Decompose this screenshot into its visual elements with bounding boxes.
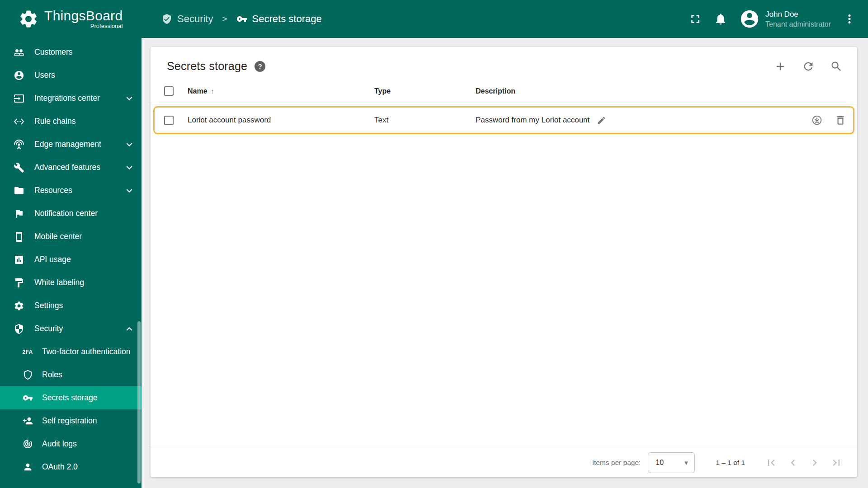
sidebar-item-oauth[interactable]: OAuth 2.0 [0,455,142,479]
sidebar-item-resources[interactable]: Resources [0,179,142,202]
sidebar-item-settings[interactable]: Settings [0,294,142,317]
sidebar-item-integrations-center[interactable]: Integrations center [0,87,142,110]
sidebar-item-label: Secrets storage [42,393,98,403]
more-menu-button[interactable] [843,12,856,26]
topbar: ThingsBoard Professional Security > Secr… [0,0,868,38]
page-title: Secrets storage [167,60,247,73]
last-page-button[interactable] [826,453,846,473]
thingsboard-logo[interactable]: ThingsBoard Professional [0,9,142,30]
app-edition: Professional [90,23,123,29]
chart-icon [14,254,24,265]
delete-secret-button[interactable] [835,114,846,126]
next-page-button[interactable] [805,453,825,473]
table-row[interactable]: Loriot account password Text Password fr… [155,108,853,133]
column-header-description[interactable]: Description [476,87,788,95]
table-toolbar [774,60,843,73]
dropdown-caret-icon: ▼ [683,460,689,466]
breadcrumb-page-label: Secrets storage [252,13,322,25]
sidebar-item-label: Users [34,70,55,80]
paginator-nav [761,453,846,473]
search-icon [830,60,843,73]
sidebar-item-label: Mobile center [34,232,82,241]
roles-shield-icon [23,370,33,380]
refresh-icon [802,60,815,73]
sort-asc-icon: ↑ [211,87,215,95]
sidebar-item-edge-management[interactable]: Edge management [0,133,142,156]
sidebar-item-label: Notification center [34,209,98,218]
thingsboard-app: ThingsBoard Professional Security > Secr… [0,0,868,488]
paginator: Items per page: 10 ▼ 1 – 1 of 1 [151,448,857,477]
search-button[interactable] [830,60,843,73]
account-circle-icon [739,9,760,29]
sidebar-item-mobile-center[interactable]: Mobile center [0,225,142,248]
previous-page-button[interactable] [783,453,803,473]
breadcrumb-section-label: Security [177,13,213,25]
edit-description-button[interactable] [597,116,606,125]
help-icon[interactable]: ? [255,61,265,72]
oauth-person-icon [23,462,33,472]
sidebar-item-security[interactable]: Security [0,317,142,340]
last-page-icon [830,456,843,469]
sidebar-item-label: Integrations center [34,94,100,103]
chevron-down-icon [123,139,135,150]
sidebar-item-secrets-storage[interactable]: Secrets storage [0,386,142,409]
rule-chains-icon [14,116,24,127]
sidebar-item-label: Advanced features [34,163,100,172]
sidebar-item-white-labeling[interactable]: White labeling [0,271,142,294]
first-page-icon [765,456,778,469]
folder-icon [14,185,24,196]
sidebar-item-self-registration[interactable]: Self registration [0,409,142,432]
row-actions [788,114,846,126]
shield-check-icon [161,14,172,24]
first-page-button[interactable] [761,453,781,473]
edge-management-icon [14,139,24,150]
pencil-icon [597,116,606,125]
table-empty-area [151,134,857,448]
breadcrumb-security[interactable]: Security [161,13,213,25]
sidebar-item-label: Security [34,324,63,333]
sidebar-item-api-usage[interactable]: API usage [0,248,142,271]
sidebar-item-label: Customers [34,47,73,57]
bell-icon [714,12,727,26]
sidebar-item-users[interactable]: Users [0,64,142,87]
key-icon [23,393,33,403]
refresh-button[interactable] [802,60,815,73]
trash-icon [835,114,846,126]
sidebar-item-notification-center[interactable]: Notification center [0,202,142,225]
fullscreen-button[interactable] [689,12,702,26]
sidebar-item-label: White labeling [34,278,84,287]
fullscreen-icon [689,12,702,26]
sidebar-item-label: Settings [34,301,63,310]
sidebar-item-customers[interactable]: Customers [0,41,142,64]
breadcrumb-secrets-storage[interactable]: Secrets storage [236,13,322,25]
sidebar-item-label: Two-factor authentication [42,347,131,357]
row-checkbox[interactable] [164,116,174,125]
user-name: John Doe [765,9,831,20]
column-header-name[interactable]: Name ↑ [188,87,374,95]
page-size-select[interactable]: 10 ▼ [648,452,695,473]
sidebar-item-audit-logs[interactable]: Audit logs [0,432,142,455]
smartphone-icon [14,231,24,242]
sidebar-item-label: Roles [42,370,62,380]
shield-icon [14,324,24,334]
app-name: ThingsBoard [44,9,123,23]
key-icon [236,14,247,24]
chevron-right-icon [808,456,821,469]
chevron-down-icon [123,185,135,197]
user-menu[interactable]: John Doe Tenant administrator [739,9,831,29]
sidebar-item-roles[interactable]: Roles [0,363,142,386]
sidebar-scrollbar[interactable] [137,321,141,483]
column-header-type[interactable]: Type [374,87,476,95]
flag-icon [14,208,24,219]
add-secret-button[interactable] [774,60,787,73]
sidebar-item-rule-chains[interactable]: Rule chains [0,110,142,133]
gear-icon [14,300,24,311]
sidebar-item-advanced-features[interactable]: Advanced features [0,156,142,179]
select-all-checkbox[interactable] [164,86,174,96]
notifications-button[interactable] [714,12,727,26]
sidebar-item-label: Self registration [42,416,97,426]
sidebar-item-two-factor-authentication[interactable]: 2FA Two-factor authentication [0,340,142,363]
sidebar-item-label: OAuth 2.0 [42,462,78,472]
download-secret-button[interactable] [811,114,823,126]
breadcrumb-separator: > [222,14,227,24]
